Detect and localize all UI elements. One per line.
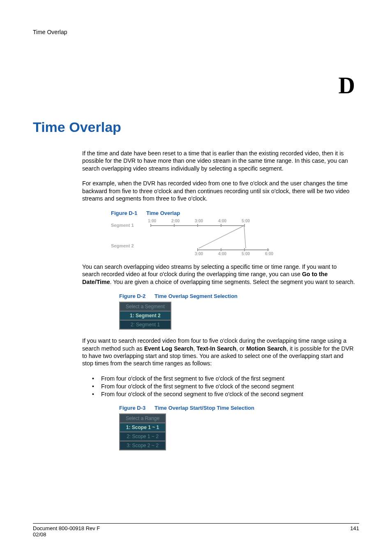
footer-date: 02/08 xyxy=(33,531,100,538)
list-item: From four o'clock of the second segment … xyxy=(92,390,355,398)
para-search-range: If you want to search recorded video fro… xyxy=(82,337,355,367)
footer-page-number: 141 xyxy=(350,525,359,538)
list-item: From four o'clock of the first segment t… xyxy=(92,375,355,383)
figure-3: Figure D-3 Time Overlap Start/Stop Time … xyxy=(119,405,355,450)
tick: 5:00 xyxy=(242,252,250,256)
range-selection-table: Select a Range 1: Scope 1 ~ 1 2: Scope 1… xyxy=(119,413,166,450)
figure-1: Figure D-1 Time Overlap Segment 1 Segmen… xyxy=(111,210,355,256)
figure-2: Figure D-2 Time Overlap Segment Selectio… xyxy=(119,293,355,330)
figure2-caption: Time Overlap Segment Selection xyxy=(154,293,238,299)
table-row: 2: Segment 1 xyxy=(120,320,171,329)
text: You can search overlapping video streams… xyxy=(82,263,337,277)
text-bold: Motion Search xyxy=(247,345,287,352)
tick: 3:00 xyxy=(195,252,203,256)
figure3-caption: Time Overlap Start/Stop Time Selection xyxy=(154,405,254,411)
table-row: 1: Scope 1 ~ 1 xyxy=(120,423,166,432)
text: . You are given a choice of overlapping … xyxy=(110,279,355,285)
table-row: 2: Scope 1 ~ 2 xyxy=(120,432,166,441)
figure1-caption: Time Overlap xyxy=(146,210,180,216)
figure1-label: Figure D-1 xyxy=(111,210,137,216)
tick: 6:00 xyxy=(265,252,273,256)
para-example: For example, when the DVR has recorded v… xyxy=(82,180,355,202)
chapter-letter: D xyxy=(33,72,355,99)
footer-doc: Document 800-00918 Rev F xyxy=(33,525,100,531)
figure3-label: Figure D-3 xyxy=(119,405,145,411)
para-search-overlap: You can search overlapping video streams… xyxy=(82,263,355,286)
connector-lines xyxy=(111,219,275,260)
svg-line-0 xyxy=(199,226,244,248)
timeline-2 xyxy=(197,249,269,250)
table-header: Select a Segment xyxy=(120,302,171,311)
tick: 4:00 xyxy=(218,252,226,256)
svg-line-1 xyxy=(244,226,246,248)
list-item: From four o'clock of the first segment t… xyxy=(92,383,355,390)
segment-selection-table: Select a Segment 1: Segment 2 2: Segment… xyxy=(119,302,171,330)
text-bold: Text-In Search xyxy=(196,345,236,352)
table-row: 1: Segment 2 xyxy=(120,311,171,320)
bullet-list: From four o'clock of the first segment t… xyxy=(92,375,355,399)
figure2-label: Figure D-2 xyxy=(119,293,145,299)
text-bold: Event Log Search xyxy=(144,345,194,352)
para-intro: If the time and date have been reset to … xyxy=(82,150,355,172)
page-footer: Document 800-00918 Rev F 02/08 141 xyxy=(33,523,359,538)
text: , or xyxy=(236,345,246,352)
table-row: 3: Scope 2 ~ 2 xyxy=(120,441,166,450)
table-header: Select a Range xyxy=(120,414,166,423)
time-overlap-diagram: Segment 1 Segment 2 1:00 2:00 3:00 4:00 … xyxy=(111,219,263,256)
page-title: Time Overlap xyxy=(33,119,359,135)
content: If the time and date have been reset to … xyxy=(82,150,355,450)
page-header: Time Overlap xyxy=(33,29,359,35)
